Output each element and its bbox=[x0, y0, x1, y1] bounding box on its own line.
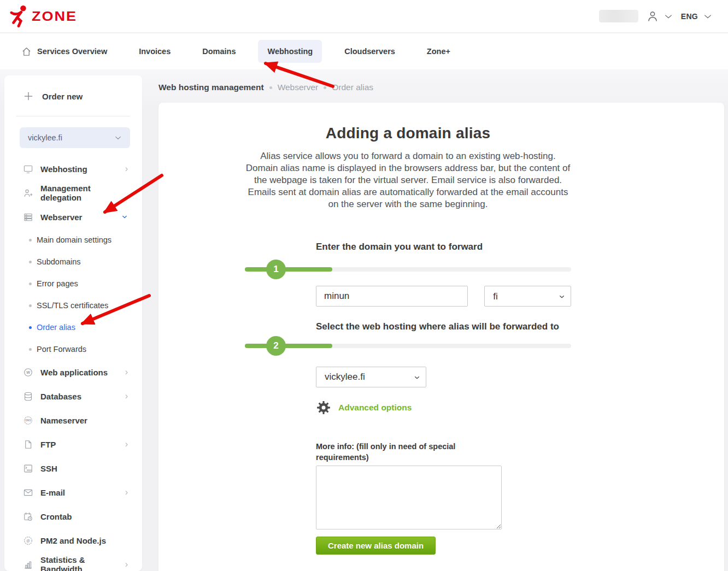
nav-services-overview[interactable]: Services Overview bbox=[12, 39, 116, 64]
chevron-down-icon bbox=[121, 214, 128, 220]
sidebar-subitem-order-alias[interactable]: Order alias bbox=[4, 316, 142, 338]
progress-fill bbox=[245, 267, 332, 272]
breadcrumb-separator bbox=[324, 86, 326, 89]
hosting-select[interactable]: vickylee.fi bbox=[316, 367, 426, 387]
nav-zone-plus[interactable]: Zone+ bbox=[418, 40, 460, 63]
breadcrumb-item[interactable]: Webserver bbox=[278, 83, 319, 92]
language-menu[interactable]: ENG bbox=[681, 11, 713, 21]
progress-fill bbox=[245, 344, 332, 348]
sidebar-item-web-applications[interactable]: W Web applications › bbox=[4, 360, 142, 384]
server-icon bbox=[23, 212, 33, 222]
sidebar-item-label: Error pages bbox=[37, 279, 78, 288]
sidebar-item-label: SSL/TLS certificates bbox=[37, 301, 108, 310]
domain-selector-value: vickylee.fi bbox=[28, 133, 62, 142]
sidebar-item-label: Main domain settings bbox=[37, 236, 111, 244]
order-new-button[interactable]: Order new bbox=[4, 85, 142, 107]
more-info-textarea[interactable] bbox=[316, 466, 502, 529]
nav-label: Invoices bbox=[139, 47, 171, 56]
tld-select[interactable]: fi bbox=[484, 286, 571, 307]
sidebar-subitem-error-pages[interactable]: Error pages bbox=[4, 273, 142, 295]
sidebar-subitem-subdomains[interactable]: Subdomains bbox=[4, 251, 142, 273]
sidebar-item-label: Management delegation bbox=[40, 184, 128, 202]
nav-invoices[interactable]: Invoices bbox=[130, 40, 180, 63]
domain-input[interactable] bbox=[316, 286, 468, 307]
svg-text:DNS: DNS bbox=[25, 419, 31, 422]
svg-text:@: @ bbox=[26, 538, 30, 542]
gear-icon bbox=[316, 400, 331, 415]
monitor-icon bbox=[23, 164, 33, 174]
svg-text:SSH: SSH bbox=[27, 468, 32, 471]
sidebar-item-ftp[interactable]: FTP › bbox=[4, 432, 142, 456]
account-menu[interactable] bbox=[646, 10, 673, 23]
nav-webhosting[interactable]: Webhosting bbox=[258, 40, 322, 63]
sidebar-item-label: Webserver bbox=[40, 213, 82, 222]
bar-chart-icon bbox=[23, 560, 33, 570]
sidebar-item-label: Port Forwards bbox=[37, 345, 86, 354]
file-icon bbox=[23, 439, 33, 450]
sidebar-item-label: E-mail bbox=[40, 488, 65, 497]
sidebar-item-management-delegation[interactable]: Management delegation bbox=[4, 181, 142, 205]
domain-selector[interactable]: vickylee.fi bbox=[20, 127, 130, 148]
bullet-icon bbox=[29, 304, 32, 307]
sidebar-subitem-main-domain-settings[interactable]: Main domain settings bbox=[4, 229, 142, 251]
nav-label: Zone+ bbox=[427, 47, 450, 56]
dns-icon: DNS bbox=[23, 415, 33, 426]
sidebar-item-label: Databases bbox=[40, 392, 81, 401]
step2-badge: 2 bbox=[266, 336, 286, 356]
nav-label: Cloudservers bbox=[344, 47, 395, 56]
sidebar-item-label: Web applications bbox=[40, 368, 108, 377]
chevron-right-icon: › bbox=[125, 560, 128, 569]
bullet-icon bbox=[29, 326, 32, 329]
chevron-right-icon: › bbox=[125, 164, 128, 173]
nav-cloudservers[interactable]: Cloudservers bbox=[335, 40, 404, 63]
sidebar-item-label: Crontab bbox=[40, 512, 72, 521]
chevron-right-icon: › bbox=[125, 368, 128, 376]
sidebar-item-nameserver[interactable]: DNS Nameserver bbox=[4, 408, 142, 432]
nav-label: Webhosting bbox=[267, 47, 313, 56]
sidebar-item-label: PM2 and Node.js bbox=[40, 536, 106, 545]
bullet-icon bbox=[29, 261, 32, 263]
sidebar-item-email[interactable]: E-mail › bbox=[4, 480, 142, 504]
sidebar-item-databases[interactable]: Databases › bbox=[4, 384, 142, 408]
zone-logo[interactable]: ZONE bbox=[9, 5, 77, 28]
page-description: Alias service allows you to forward a do… bbox=[245, 150, 571, 210]
sidebar-item-webhosting[interactable]: Webhosting › bbox=[4, 157, 142, 181]
nodejs-icon: @ bbox=[23, 535, 33, 546]
home-icon bbox=[21, 46, 32, 57]
user-icon bbox=[646, 10, 659, 23]
sidebar-subitem-port-forwards[interactable]: Port Forwards bbox=[4, 338, 142, 360]
sidebar-item-crontab[interactable]: Crontab bbox=[4, 504, 142, 528]
nav-domains[interactable]: Domains bbox=[193, 40, 245, 63]
calendar-clock-icon bbox=[23, 511, 33, 522]
step1-badge: 1 bbox=[266, 260, 286, 279]
sidebar-item-label: Webhosting bbox=[40, 164, 87, 174]
advanced-options-label: Advanced options bbox=[338, 403, 412, 413]
advanced-options-link[interactable]: Advanced options bbox=[316, 400, 571, 415]
more-info-label: More info: (fill only in need of special… bbox=[316, 441, 469, 463]
step2-progress: 2 bbox=[245, 336, 571, 356]
breadcrumb-item[interactable]: Web hosting management bbox=[158, 83, 264, 92]
sidebar-item-ssh[interactable]: SSH SSH bbox=[4, 456, 142, 480]
sidebar: Order new vickylee.fi Webhosting › Manag… bbox=[4, 75, 142, 571]
redacted-username bbox=[599, 10, 638, 22]
sidebar-item-label: SSH bbox=[40, 464, 57, 473]
chevron-right-icon: › bbox=[125, 392, 128, 401]
breadcrumb-item[interactable]: Order alias bbox=[332, 83, 373, 92]
order-new-label: Order new bbox=[42, 92, 83, 101]
breadcrumb-separator bbox=[269, 86, 272, 89]
sidebar-item-webserver[interactable]: Webserver bbox=[4, 205, 142, 229]
nav-label: Domains bbox=[202, 47, 236, 56]
step2-heading: Select the web hosting where alias will … bbox=[316, 320, 573, 334]
sidebar-item-label: Nameserver bbox=[40, 416, 87, 425]
mail-icon bbox=[23, 487, 33, 498]
main-panel: Adding a domain alias Alias service allo… bbox=[158, 103, 724, 571]
runner-icon bbox=[9, 5, 28, 28]
nav-label: Services Overview bbox=[37, 47, 107, 56]
bullet-icon bbox=[29, 282, 32, 285]
chevron-right-icon: › bbox=[125, 488, 128, 497]
create-alias-button[interactable]: Create new alias domain bbox=[316, 537, 436, 555]
breadcrumb: Web hosting management Webserver Order a… bbox=[158, 83, 373, 92]
sidebar-subitem-ssl-tls-certificates[interactable]: SSL/TLS certificates bbox=[4, 295, 142, 316]
sidebar-item-statistics-bandwidth[interactable]: Statistics & Bandwidth › bbox=[4, 552, 142, 571]
sidebar-item-pm2-nodejs[interactable]: @ PM2 and Node.js bbox=[4, 528, 142, 552]
